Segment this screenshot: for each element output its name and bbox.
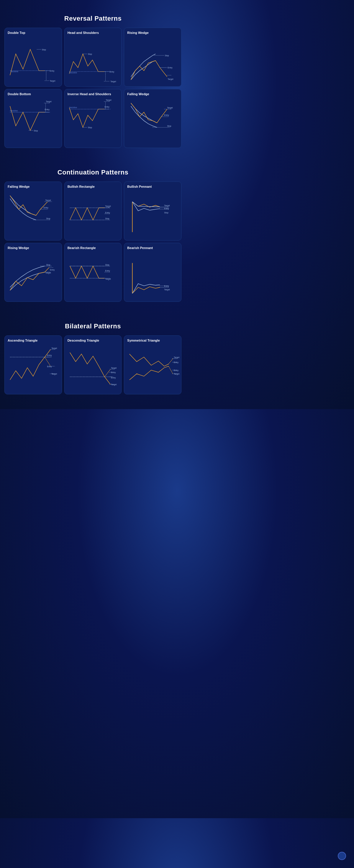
pattern-card-falling-wedge-cont: Falling WedgeStopEntryTarget [4,182,62,241]
svg-text:Entry: Entry [110,71,114,73]
svg-text:Target: Target [174,356,179,359]
svg-text:Stop: Stop [105,264,109,266]
svg-text:Stop: Stop [167,125,171,127]
card-title-head-shoulders: Head and Shoulders [67,31,119,34]
pattern-card-rising-wedge-cont: Rising WedgeStopTargetEntry [4,243,62,302]
svg-text:Entry: Entry [164,208,169,210]
svg-text:Entry: Entry [164,285,169,287]
pattern-grid-0: Double TopNecklineEntryStopTargetHead an… [4,28,181,148]
svg-line-101 [105,377,110,384]
svg-text:Entry: Entry [47,365,52,368]
svg-text:Stop: Stop [164,211,169,214]
svg-text:Entry: Entry [111,377,116,379]
svg-text:Target: Target [51,373,57,375]
svg-text:Stop: Stop [165,55,169,57]
svg-text:Neckline: Neckline [69,106,77,108]
svg-line-110 [169,359,173,364]
section-title-0: Reversal Patterns [4,15,181,22]
card-title-bearish-rectangle: Bearish Rectangle [67,246,119,250]
svg-text:Target: Target [168,78,173,81]
chart-area-bearish-rectangle: StopEntryTarget [67,251,119,298]
svg-text:Target: Target [164,205,170,207]
svg-text:Target: Target [105,205,111,208]
svg-text:Target: Target [111,367,117,369]
svg-text:Stop: Stop [46,264,50,266]
svg-text:Entry: Entry [174,361,178,364]
chart-area-bullish-rectangle: TargetEntryStop [67,189,119,237]
card-title-falling-wedge-rev: Falling Wedge [126,92,179,96]
card-title-bearish-pennant: Bearish Pennant [126,246,179,250]
svg-text:Target: Target [46,272,51,274]
svg-text:Target: Target [105,278,111,280]
chart-area-symmetrical-triangle: TargetEntryEntryTarget [126,343,179,391]
pattern-card-rising-wedge-rev: Rising WedgeStopEntryTarget [124,28,181,87]
svg-text:Target: Target [46,100,52,102]
card-title-bullish-pennant: Bullish Pennant [126,185,179,188]
chart-area-double-top: NecklineEntryStopTarget [7,36,59,83]
chart-area-falling-wedge-cont: StopEntryTarget [7,189,59,237]
svg-line-94 [45,357,51,366]
svg-line-111 [169,366,173,374]
card-title-inv-head-shoulders: Inverse Head and Shoulders [67,92,119,96]
pattern-card-symmetrical-triangle: Symmetrical TriangleTargetEntryEntryTarg… [124,335,181,394]
svg-text:Neckline: Neckline [10,110,18,112]
svg-text:Entry: Entry [47,354,52,356]
card-title-rising-wedge-cont: Rising Wedge [7,246,59,250]
chart-area-ascending-triangle: TargetEntryEntryTarget [7,343,59,391]
pattern-card-head-shoulders: Head and ShouldersNecklineStopEntryTarge… [64,28,122,87]
svg-text:Stop: Stop [88,126,92,129]
svg-text:Stop: Stop [105,218,109,220]
chart-area-bearish-pennant: EntryTarget [126,251,179,298]
card-title-double-bottom: Double Bottom [7,92,59,96]
chart-area-rising-wedge-rev: StopEntryTarget [126,36,179,83]
svg-text:Entry: Entry [105,270,110,272]
chart-area-inv-head-shoulders: NecklineStopEntryTarget [67,97,119,144]
svg-text:Target: Target [51,347,57,349]
svg-line-100 [105,369,110,377]
pattern-card-bearish-pennant: Bearish PennantEntryTarget [124,243,181,302]
pattern-card-bullish-rectangle: Bullish RectangleTargetEntryStop [64,182,122,241]
svg-text:Entry: Entry [164,114,169,117]
svg-text:Target: Target [50,80,55,82]
svg-text:Stop: Stop [88,53,92,55]
chart-area-double-bottom: NecklineEntryStopTarget [7,97,59,144]
pattern-grid-2: Ascending TriangleTargetEntryEntryTarget… [4,335,181,394]
svg-text:Stop: Stop [46,218,50,220]
section-title-2: Bilateral Patterns [4,322,181,330]
svg-text:Neckline: Neckline [69,72,77,74]
svg-text:Entry: Entry [44,207,49,209]
pattern-card-descending-triangle: Descending TriangleTargetEntryEntryTarge… [64,335,122,394]
pattern-card-ascending-triangle: Ascending TriangleTargetEntryEntryTarget [4,335,62,394]
card-title-double-top: Double Top [7,31,59,34]
section-title-1: Continuation Patterns [4,168,181,176]
card-title-falling-wedge-cont: Falling Wedge [7,185,59,188]
card-title-symmetrical-triangle: Symmetrical Triangle [126,339,179,342]
svg-text:Target: Target [111,383,117,386]
chart-area-descending-triangle: TargetEntryEntryTarget [67,343,119,391]
svg-text:Stop: Stop [42,48,46,51]
pattern-card-bullish-pennant: Bullish PennantTargetEntryStop [124,182,181,241]
pattern-card-double-bottom: Double BottomNecklineEntryStopTarget [4,89,62,148]
card-title-rising-wedge-rev: Rising Wedge [126,31,179,34]
svg-text:Stop: Stop [34,129,38,132]
svg-text:Target: Target [174,373,179,375]
card-title-bullish-rectangle: Bullish Rectangle [67,185,119,188]
svg-text:Target: Target [167,107,173,109]
pattern-card-falling-wedge-rev: Falling WedgeStopEntryTarget [124,89,181,148]
pattern-card-inv-head-shoulders: Inverse Head and ShouldersNecklineStopEn… [64,89,122,148]
card-title-descending-triangle: Descending Triangle [67,339,119,342]
svg-text:Entry: Entry [168,67,173,69]
svg-text:Target: Target [106,99,111,101]
chart-area-rising-wedge-cont: StopTargetEntry [7,251,59,298]
chart-area-falling-wedge-rev: StopEntryTarget [126,97,179,144]
chart-area-bullish-pennant: TargetEntryStop [126,189,179,237]
svg-text:Entry: Entry [111,371,116,374]
svg-text:Entry: Entry [174,369,178,372]
card-title-ascending-triangle: Ascending Triangle [7,339,59,342]
pattern-grid-1: Falling WedgeStopEntryTargetBullish Rect… [4,182,181,302]
svg-text:Target: Target [164,288,170,291]
pattern-card-double-top: Double TopNecklineEntryStopTarget [4,28,62,87]
svg-text:Neckline: Neckline [11,70,18,72]
pattern-card-bearish-rectangle: Bearish RectangleStopEntryTarget [64,243,122,302]
svg-text:Entry: Entry [105,211,110,214]
